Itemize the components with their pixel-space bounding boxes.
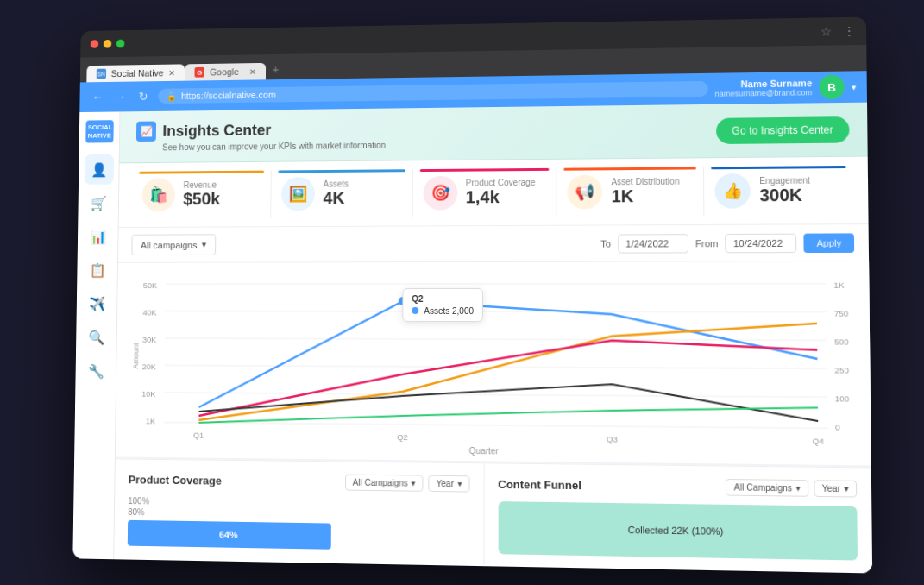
chart-area: Q2 Assets 2,000 50K 40K 30K 20K 10K	[115, 261, 871, 465]
svg-text:40K: 40K	[142, 309, 156, 318]
svg-text:Q2: Q2	[397, 433, 408, 442]
main-content: 📈 Insights Center See how you can improv…	[114, 103, 872, 574]
tab-google-label: Google	[209, 66, 238, 77]
svg-text:0: 0	[834, 423, 839, 431]
kpi-icon-assets: 🖼️	[280, 177, 314, 211]
kpi-label-distribution: Asset Distribution	[611, 177, 679, 187]
percent-labels: 100% 80%	[128, 496, 469, 522]
svg-line-18	[163, 422, 827, 428]
svg-text:250: 250	[834, 366, 849, 374]
sidebar-item-campaigns[interactable]: ✈️	[81, 288, 111, 318]
kpi-label-assets: Assets	[323, 179, 348, 189]
svg-text:1K: 1K	[833, 281, 844, 290]
kpi-row: 🛍️ Revenue $50k 🖼️ Assets 4K	[118, 157, 868, 228]
content-funnel-controls: All Campaigns ▾ Year ▾	[726, 479, 857, 498]
insights-title-text: Insights Center	[162, 121, 271, 140]
svg-text:10K: 10K	[141, 390, 155, 399]
user-email: namesurname@brand.com	[714, 88, 812, 98]
insights-icon: 📈	[135, 122, 155, 142]
bookmark-icon[interactable]: ☆	[820, 24, 832, 38]
kpi-card-assets: 🖼️ Assets 4K	[271, 169, 412, 217]
svg-text:30K: 30K	[141, 336, 155, 344]
product-year-value: Year	[436, 479, 453, 488]
kpi-value-distribution: 1K	[611, 186, 679, 207]
kpi-text-engagement: Engagement 300K	[759, 175, 810, 205]
maximize-window-icon[interactable]	[116, 40, 124, 48]
product-year-select[interactable]: Year ▾	[428, 475, 468, 493]
tooltip-quarter: Q2	[412, 294, 474, 304]
app-body: SOCIAL NATIVE 👤 🛒 📊 📋 ✈️ 🔍 🔧 📈 Insights …	[72, 103, 872, 574]
insights-title-area: 📈 Insights Center See how you can improv…	[135, 118, 385, 152]
svg-text:100: 100	[834, 394, 849, 403]
menu-icon[interactable]: ⋮	[842, 24, 855, 38]
product-year-dropdown-icon: ▾	[456, 479, 461, 488]
insights-subtitle: See how you can improve your KPIs with m…	[162, 141, 386, 152]
kpi-border-product	[419, 168, 549, 172]
svg-text:20K: 20K	[141, 362, 155, 371]
funnel-year-value: Year	[821, 483, 839, 494]
content-funnel-card: Content Funnel All Campaigns ▾ Year ▾	[483, 462, 871, 573]
svg-line-17	[164, 393, 827, 397]
kpi-label-product: Product Coverage	[465, 178, 535, 188]
tab-google[interactable]: G Google ✕	[185, 63, 266, 81]
funnel-year-select[interactable]: Year ▾	[814, 480, 857, 497]
campaign-dropdown[interactable]: All campaigns ▾	[131, 234, 216, 255]
to-label: To	[600, 238, 611, 248]
date-controls: To From Apply	[600, 233, 854, 253]
tab-social-native[interactable]: SN Social Native ✕	[86, 64, 185, 82]
window-controls	[90, 40, 124, 48]
top-banner: 📈 Insights Center See how you can improv…	[119, 103, 867, 164]
lock-icon: 🔒	[166, 91, 176, 101]
sidebar-item-analytics[interactable]: 📊	[82, 221, 112, 251]
user-info: Name Surname namesurname@brand.com B ▾	[714, 74, 856, 100]
svg-text:1K: 1K	[145, 417, 154, 425]
refresh-button[interactable]: ↻	[135, 90, 151, 104]
back-button[interactable]: ←	[89, 91, 105, 104]
funnel-campaign-select[interactable]: All Campaigns ▾	[726, 479, 808, 497]
user-dropdown-icon[interactable]: ▾	[851, 82, 855, 91]
tooltip-series: Assets	[424, 306, 449, 316]
sidebar-item-cart[interactable]: 🛒	[83, 188, 113, 218]
tab-close-icon[interactable]: ✕	[168, 68, 175, 78]
kpi-card-engagement: 👍 Engagement 300K	[704, 166, 853, 216]
sidebar-item-search[interactable]: 🔍	[81, 322, 111, 352]
campaign-value: All campaigns	[140, 240, 197, 250]
kpi-text-revenue: Revenue $50k	[183, 180, 220, 209]
svg-text:Q1: Q1	[193, 431, 204, 440]
svg-line-14	[165, 311, 826, 312]
sidebar-item-reports[interactable]: 📋	[82, 255, 112, 285]
kpi-card-product-coverage: 🎯 Product Coverage 1,4k	[412, 168, 556, 217]
kpi-icon-revenue: 🛍️	[141, 178, 175, 211]
kpi-card-distribution: 📢 Asset Distribution 1K	[556, 167, 704, 216]
titlebar-actions: ☆ ⋮	[820, 24, 855, 39]
go-to-insights-button[interactable]: Go to Insights Center	[715, 116, 849, 144]
tab-label: Social Native	[110, 68, 163, 79]
close-window-icon[interactable]	[90, 40, 98, 48]
from-label: From	[695, 238, 717, 248]
new-tab-button[interactable]: +	[265, 60, 286, 80]
content-funnel-header: Content Funnel All Campaigns ▾ Year ▾	[498, 476, 857, 498]
from-date-input[interactable]	[725, 233, 796, 253]
funnel-label: Collected 22K (100%)	[627, 525, 723, 537]
tab-favicon: SN	[96, 69, 105, 79]
tab-google-close[interactable]: ✕	[248, 66, 255, 76]
apply-button[interactable]: Apply	[803, 233, 853, 253]
product-coverage-header: Product Coverage All Campaigns ▾ Year ▾	[128, 471, 468, 492]
user-avatar[interactable]: B	[819, 75, 844, 100]
product-campaign-select[interactable]: All Campaigns ▾	[344, 474, 423, 491]
tooltip-value: 2,000	[451, 306, 473, 316]
minimize-window-icon[interactable]	[103, 40, 111, 48]
url-input[interactable]: 🔒 https://socialnative.com	[158, 81, 707, 104]
kpi-icon-distribution: 📢	[567, 174, 601, 209]
kpi-label-revenue: Revenue	[183, 180, 220, 190]
kpi-value-product: 1,4k	[465, 187, 535, 207]
funnel-campaign-dropdown-icon: ▾	[795, 483, 800, 493]
sidebar-item-settings[interactable]: 🔧	[80, 355, 110, 386]
to-date-input[interactable]	[618, 234, 688, 253]
browser-window: ☆ ⋮ SN Social Native ✕ G Google ✕ + ← → …	[72, 17, 872, 574]
product-coverage-bar: 64%	[127, 520, 330, 550]
sidebar-item-home[interactable]: 👤	[84, 154, 114, 185]
forward-button[interactable]: →	[112, 90, 129, 104]
kpi-border-engagement	[711, 166, 845, 169]
kpi-border-distribution	[563, 167, 695, 170]
